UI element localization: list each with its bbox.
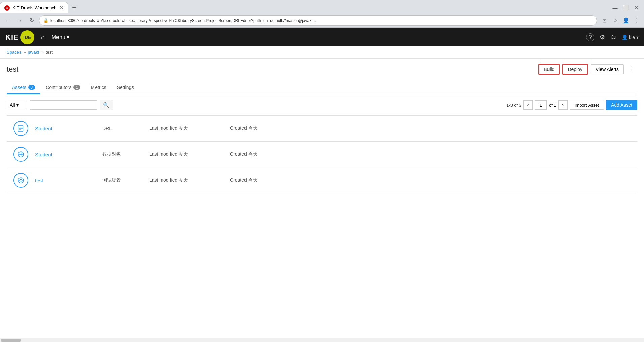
asset-modified: Last modified 今天	[149, 125, 223, 131]
pagination-prev-button[interactable]: ‹	[523, 100, 533, 110]
asset-name[interactable]: Student	[35, 152, 96, 157]
tab-assets-label: Assets	[12, 85, 26, 90]
user-label: kie	[629, 35, 635, 40]
kie-logo: KIE IDE	[5, 30, 34, 44]
asset-list: Student DRL Last modified 今天 Created 今天 …	[7, 115, 637, 193]
reload-button[interactable]: ↻	[27, 16, 36, 25]
breadcrumb-javakf[interactable]: javakf	[28, 50, 39, 55]
asset-type: 测试场景	[102, 177, 143, 183]
browser-tab[interactable]: ● KIE Drools Workbench ✕	[0, 2, 68, 13]
tab-contributors-badge: 1	[73, 85, 80, 90]
view-alerts-button[interactable]: View Alerts	[591, 64, 624, 74]
table-row: test 测试场景 Last modified 今天 Created 今天	[7, 167, 637, 193]
menu-button[interactable]: Menu ▾	[52, 34, 69, 40]
asset-icon-test	[13, 173, 28, 188]
asset-icon-drl	[13, 121, 28, 136]
tab-title: KIE Drools Workbench	[12, 5, 56, 10]
cast-button[interactable]: ⊡	[600, 16, 609, 25]
ide-badge: IDE	[20, 30, 34, 44]
asset-created: Created 今天	[230, 177, 258, 183]
lock-icon: 🔒	[43, 18, 48, 23]
tab-favicon: ●	[4, 5, 10, 11]
user-arrow-icon: ▾	[636, 35, 639, 40]
asset-type: DRL	[102, 126, 143, 131]
table-row: Student DRL Last modified 今天 Created 今天	[7, 115, 637, 142]
search-button[interactable]: 🔍	[100, 100, 113, 110]
profile-button[interactable]: 👤	[621, 16, 631, 25]
maximize-button[interactable]: ⬜	[621, 3, 631, 12]
pagination-next-button[interactable]: ›	[558, 100, 568, 110]
menu-button[interactable]: ⋮	[632, 16, 641, 25]
page-of-label: of 1	[549, 103, 556, 108]
search-input[interactable]	[30, 100, 97, 110]
asset-modified: Last modified 今天	[149, 177, 223, 183]
add-asset-button[interactable]: Add Asset	[606, 100, 637, 110]
tab-metrics-label: Metrics	[91, 85, 106, 90]
tabs: Assets 3 Contributors 1 Metrics Settings	[7, 81, 637, 94]
more-options-button[interactable]: ⋮	[627, 64, 637, 75]
page-header: test Build Deploy View Alerts ⋮	[7, 64, 637, 75]
menu-label: Menu	[52, 34, 65, 40]
asset-modified: Last modified 今天	[149, 151, 223, 157]
breadcrumb-test: test	[46, 50, 53, 55]
pagination: 1-3 of 3 ‹ of 1 › Import Asset Add Asset	[506, 100, 637, 110]
tab-close-button[interactable]: ✕	[59, 5, 64, 11]
tab-contributors[interactable]: Contributors 1	[40, 81, 85, 94]
filter-type-label: All	[10, 102, 15, 108]
filter-type-dropdown[interactable]: All ▾	[7, 101, 27, 109]
browser-right-controls: ⊡ ☆ 👤 ⋮	[600, 16, 641, 25]
forward-button[interactable]: →	[15, 16, 24, 25]
header-right: ? ⚙ 🗂 👤 kie ▾	[586, 33, 639, 41]
tab-assets-badge: 3	[28, 85, 35, 90]
kie-text: KIE	[5, 33, 19, 42]
minimize-button[interactable]: —	[610, 3, 620, 12]
import-asset-button[interactable]: Import Asset	[570, 101, 604, 110]
tab-contributors-label: Contributors	[46, 85, 71, 90]
page-actions: Build Deploy View Alerts ⋮	[538, 64, 637, 75]
settings-button[interactable]: ⚙	[600, 34, 605, 41]
tab-assets[interactable]: Assets 3	[7, 81, 40, 94]
asset-created: Created 今天	[230, 151, 258, 157]
close-window-button[interactable]: ✕	[632, 3, 641, 12]
filter-bar: All ▾ 🔍 1-3 of 3 ‹ of 1 › Import Asset A…	[7, 100, 637, 110]
table-row: Student 数据对象 Last modified 今天 Created 今天	[7, 142, 637, 167]
asset-created: Created 今天	[230, 125, 258, 131]
home-button[interactable]: ⌂	[38, 32, 48, 42]
deploy-icon-button[interactable]: 🗂	[610, 34, 616, 41]
new-tab-button[interactable]: +	[69, 4, 79, 12]
user-icon: 👤	[622, 35, 628, 40]
menu-arrow-icon: ▾	[67, 34, 69, 40]
address-text: localhost:8080/kie-drools-wb/kie-drools-…	[50, 18, 593, 23]
app-header: KIE IDE ⌂ Menu ▾ ? ⚙ 🗂 👤 kie ▾	[0, 28, 644, 46]
breadcrumb-sep-2: »	[41, 50, 44, 55]
svg-point-8	[20, 179, 22, 181]
asset-type: 数据对象	[102, 151, 143, 157]
back-button[interactable]: ←	[3, 16, 12, 25]
pagination-info: 1-3 of 3	[506, 103, 521, 108]
address-bar[interactable]: 🔒 localhost:8080/kie-drools-wb/kie-drool…	[39, 15, 597, 26]
tab-metrics[interactable]: Metrics	[86, 81, 112, 94]
page-number-input[interactable]	[535, 100, 547, 110]
breadcrumb-spaces[interactable]: Spaces	[7, 50, 21, 55]
page-content: test Build Deploy View Alerts ⋮ Assets 3…	[0, 59, 644, 199]
tab-settings[interactable]: Settings	[112, 81, 140, 94]
asset-icon-data	[13, 147, 28, 162]
breadcrumb: Spaces » javakf » test	[0, 46, 644, 59]
browser-chrome: ● KIE Drools Workbench ✕ + — ⬜ ✕ ← → ↻ 🔒…	[0, 0, 644, 28]
browser-controls: ← → ↻ 🔒 localhost:8080/kie-drools-wb/kie…	[0, 13, 644, 28]
deploy-button[interactable]: Deploy	[562, 64, 588, 75]
tab-settings-label: Settings	[117, 85, 134, 90]
browser-tabs: ● KIE Drools Workbench ✕ + — ⬜ ✕	[0, 0, 644, 13]
breadcrumb-sep-1: »	[23, 50, 26, 55]
asset-name[interactable]: Student	[35, 126, 96, 131]
asset-name[interactable]: test	[35, 178, 96, 183]
user-menu-button[interactable]: 👤 kie ▾	[622, 35, 639, 40]
build-button[interactable]: Build	[538, 64, 560, 75]
page-title: test	[7, 65, 18, 74]
filter-type-arrow-icon: ▾	[16, 102, 19, 108]
help-button[interactable]: ?	[586, 33, 594, 41]
bookmark-button[interactable]: ☆	[610, 16, 620, 25]
